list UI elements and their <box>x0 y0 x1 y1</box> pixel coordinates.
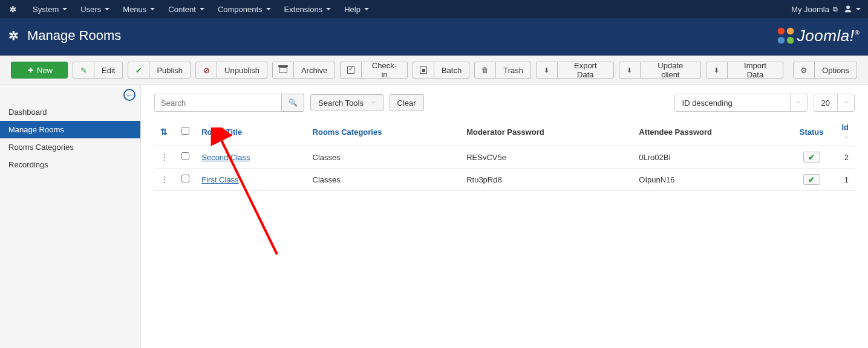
chevron-down-icon <box>837 94 854 112</box>
row-checkbox[interactable] <box>181 152 189 160</box>
search-input[interactable] <box>154 94 281 112</box>
col-status[interactable]: Status <box>800 127 824 137</box>
room-title-link[interactable]: First Class <box>201 175 238 184</box>
checkin-icon <box>347 66 354 74</box>
sort-order-icon[interactable] <box>160 127 168 137</box>
chevron-down-icon <box>371 102 376 104</box>
topmenu-extensions[interactable]: Extensions <box>278 0 338 18</box>
batch-icon-button[interactable] <box>413 62 434 79</box>
topmenu-content[interactable]: Content <box>162 0 210 18</box>
col-attendee-password: Attendee Password <box>633 118 793 146</box>
pencil-icon <box>79 66 88 74</box>
options-icon-button[interactable] <box>793 62 815 79</box>
topmenu-label: Users <box>80 5 101 14</box>
external-link-icon: ⧉ <box>833 5 838 13</box>
svg-point-2 <box>778 37 785 44</box>
options-button[interactable]: Options <box>815 62 857 79</box>
topmenu-label: Help <box>344 5 361 14</box>
topmenu-users[interactable]: Users <box>74 0 116 18</box>
topmenu-label: Components <box>218 5 263 14</box>
import-icon-button[interactable] <box>706 62 728 79</box>
cog-icon <box>800 66 808 74</box>
orderby-value: ID descending <box>675 98 790 108</box>
btn-label: New <box>37 66 53 75</box>
col-room-title[interactable]: Room Title <box>201 127 242 137</box>
archive-button[interactable]: Archive <box>294 62 335 79</box>
search-submit-button[interactable] <box>281 94 304 112</box>
status-toggle[interactable]: ✔ <box>803 152 820 163</box>
room-title-link[interactable]: Second Class <box>201 153 250 162</box>
export-icon-button[interactable] <box>536 62 558 79</box>
topmenu-help[interactable]: Help <box>338 0 375 18</box>
search-icon <box>289 98 297 107</box>
orderby-select[interactable]: ID descending <box>674 94 808 112</box>
publish-icon-button[interactable] <box>128 62 149 79</box>
topmenu-menus[interactable]: Menus <box>117 0 161 18</box>
joomla-small-icon: ✲ <box>7 5 18 14</box>
limit-select[interactable]: 20 <box>814 94 855 112</box>
topmenu-system[interactable]: System <box>27 0 73 18</box>
chevron-down-icon <box>790 94 807 112</box>
sidebar-item-manage-rooms[interactable]: Manage Rooms <box>0 121 140 138</box>
table-row: ⋮ Second Class Classes RESvCV5e 0Lro02BI… <box>154 146 855 169</box>
edit-icon-button[interactable] <box>73 62 94 79</box>
content-area: Search Tools Clear ID descending 20 Room… <box>141 85 868 348</box>
top-menu: System Users Menus Content Components Ex… <box>27 0 791 18</box>
sidebar-item-rooms-categories[interactable]: Rooms Categories <box>0 138 140 156</box>
clear-button[interactable]: Clear <box>390 94 424 111</box>
trash-icon-button[interactable] <box>474 62 496 79</box>
drag-handle-icon[interactable]: ⋮ <box>160 175 169 184</box>
update-client-icon-button[interactable] <box>619 62 641 79</box>
joomla-logo: Joomla!® <box>774 24 860 47</box>
import-data-button[interactable]: Import Data <box>728 62 783 79</box>
col-id[interactable]: Id <box>841 123 849 141</box>
topmenu-components[interactable]: Components <box>212 0 277 18</box>
user-menu[interactable] <box>844 5 861 13</box>
checkin-icon-button[interactable] <box>340 62 362 79</box>
room-category: Classes <box>307 146 461 169</box>
topmenu-label: System <box>33 5 59 14</box>
moderator-password: Rtu3pRd8 <box>460 169 633 191</box>
attendee-password: 0Lro02BI <box>633 146 793 169</box>
unpublish-button[interactable]: Unpublish <box>217 62 267 79</box>
chevron-down-icon <box>844 137 849 139</box>
chevron-down-icon <box>326 8 331 10</box>
row-id: 2 <box>830 146 855 169</box>
batch-icon <box>420 66 427 74</box>
filter-bar: Search Tools Clear ID descending 20 <box>154 94 855 112</box>
row-checkbox[interactable] <box>181 175 189 182</box>
select-all-checkbox[interactable] <box>181 127 189 135</box>
cancel-circle-icon <box>202 66 210 74</box>
user-icon <box>844 5 852 13</box>
publish-button[interactable]: Publish <box>149 62 191 79</box>
trash-button[interactable]: Trash <box>496 62 531 79</box>
new-button[interactable]: New <box>11 62 68 79</box>
update-client-button[interactable]: Update client <box>641 62 701 79</box>
unpublish-icon-button[interactable] <box>195 62 217 79</box>
archive-icon-button[interactable] <box>272 62 294 79</box>
topmenu-label: Menus <box>123 5 146 14</box>
sidebar-item-dashboard[interactable]: Dashboard <box>0 103 140 121</box>
chevron-down-icon <box>200 8 204 10</box>
room-category: Classes <box>307 169 461 191</box>
search-tools-button[interactable]: Search Tools <box>310 94 383 111</box>
frontend-link[interactable]: My Joomla ⧉ <box>791 5 838 14</box>
trash-icon <box>481 66 489 74</box>
sidebar-collapse-icon[interactable]: ← <box>123 89 135 101</box>
col-moderator-password: Moderator Password <box>460 118 633 146</box>
col-rooms-categories[interactable]: Rooms Categories <box>313 127 382 137</box>
checkin-button[interactable]: Check-in <box>362 62 408 79</box>
chevron-down-icon <box>150 8 155 10</box>
drag-handle-icon[interactable]: ⋮ <box>160 152 169 162</box>
chevron-down-icon <box>62 8 67 10</box>
table-header-row: Room Title Rooms Categories Moderator Pa… <box>154 118 855 146</box>
check-icon <box>134 66 143 74</box>
export-data-button[interactable]: Export Data <box>558 62 614 79</box>
sidebar-item-recordings[interactable]: Recordings <box>0 156 140 173</box>
batch-button[interactable]: Batch <box>434 62 469 79</box>
attendee-password: OIpunN16 <box>633 169 793 191</box>
edit-button[interactable]: Edit <box>94 62 123 79</box>
status-toggle[interactable]: ✔ <box>803 174 820 185</box>
svg-point-3 <box>787 37 794 44</box>
site-name: My Joomla <box>791 5 829 14</box>
